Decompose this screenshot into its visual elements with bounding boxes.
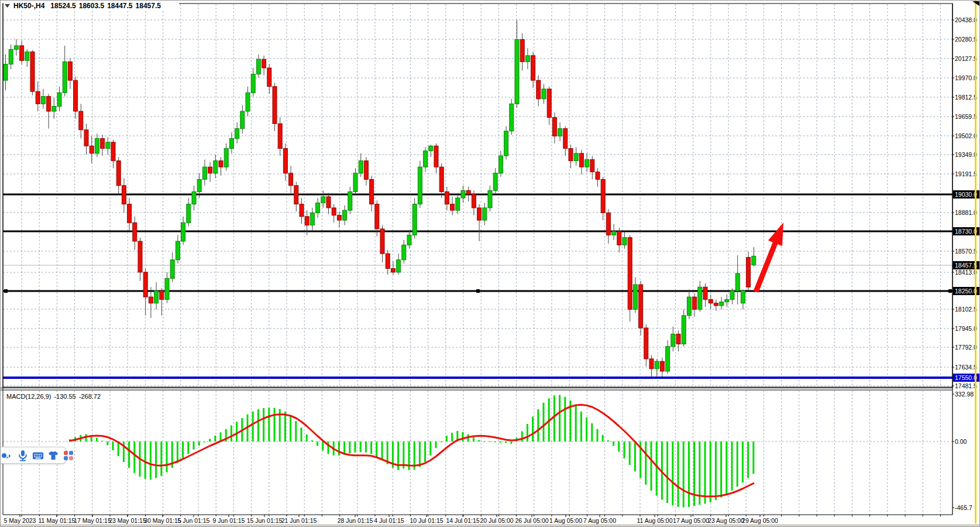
candle-bearish bbox=[531, 56, 535, 80]
symbol-info-bar: HK50-,H418524.518603.518447.518457.5 bbox=[4, 1, 179, 11]
macd-histogram-bar bbox=[720, 442, 722, 498]
macd-histogram-bar bbox=[355, 442, 356, 453]
candle-bearish bbox=[305, 217, 309, 225]
macd-histogram-bar bbox=[419, 442, 421, 467]
drawing-objects[interactable] bbox=[754, 1, 980, 523]
candle-bullish bbox=[682, 316, 686, 344]
price-axis-label: 19191.5 bbox=[955, 170, 977, 177]
time-axis-label: 23 May 01:15 bbox=[109, 517, 146, 524]
macd-histogram-bar bbox=[328, 442, 329, 454]
macd-histogram-bar bbox=[634, 442, 636, 471]
candle-bullish bbox=[418, 167, 422, 204]
candle-bullish bbox=[316, 203, 320, 213]
macd-histogram-bar bbox=[257, 409, 259, 442]
candle-bullish bbox=[574, 153, 578, 161]
macd-histogram-bar bbox=[494, 442, 496, 442]
candle-bullish bbox=[493, 173, 497, 191]
candle-bearish bbox=[547, 89, 551, 118]
candle-bearish bbox=[364, 161, 368, 180]
vertical-line-marker[interactable] bbox=[975, 1, 976, 523]
candle-bullish bbox=[402, 245, 406, 259]
clothes-icon[interactable] bbox=[47, 450, 59, 461]
candle-bearish bbox=[644, 328, 648, 359]
macd-histogram-bar bbox=[150, 442, 152, 480]
candle-bearish bbox=[747, 257, 751, 287]
time-axis-label: 4 Jul 01:15 bbox=[374, 517, 404, 524]
macd-histogram-bar bbox=[322, 442, 324, 451]
macd-histogram-bar bbox=[101, 441, 103, 442]
up-arrow-annotation[interactable] bbox=[754, 223, 783, 293]
macd-histogram-bar bbox=[209, 439, 211, 442]
macd-histogram-bar bbox=[166, 442, 168, 473]
floating-input-toolbar[interactable] bbox=[1, 447, 67, 464]
candle-bearish bbox=[537, 80, 541, 99]
macd-histogram-bar bbox=[441, 442, 442, 442]
candle-bullish bbox=[687, 297, 691, 316]
candle-bearish bbox=[30, 52, 35, 92]
candle-bearish bbox=[676, 334, 680, 344]
price-axis-label: 19970.0 bbox=[955, 74, 977, 81]
line-selection-handle[interactable] bbox=[476, 289, 480, 293]
candle-bearish bbox=[219, 161, 223, 167]
macd-histogram-bar bbox=[537, 409, 539, 442]
macd-histogram-bar bbox=[193, 442, 195, 450]
macd-histogram-bar bbox=[263, 408, 264, 442]
candle-bullish bbox=[202, 167, 207, 179]
macd-histogram-bar bbox=[586, 418, 587, 442]
candle-bearish bbox=[208, 167, 212, 173]
trading-chart-window: 20438.020280.520127.519970.019812.519659… bbox=[0, 0, 980, 527]
candle-bullish bbox=[515, 39, 519, 104]
candle-bearish bbox=[273, 87, 277, 124]
macd-histogram-bar bbox=[96, 438, 98, 442]
candle-bearish bbox=[111, 142, 115, 161]
candle-bearish bbox=[267, 68, 271, 87]
macd-histogram-bar bbox=[177, 442, 178, 463]
candle-bullish bbox=[229, 139, 233, 149]
time-axis-label: 10 Jul 01:15 bbox=[410, 517, 443, 524]
candle-bullish bbox=[612, 231, 616, 235]
candle-bullish bbox=[483, 208, 487, 220]
macd-histogram-bar bbox=[693, 442, 695, 506]
macd-histogram-bar bbox=[597, 429, 599, 442]
price-axis-label: 19659.5 bbox=[955, 113, 977, 120]
line-selection-handle[interactable] bbox=[4, 289, 8, 293]
candle-bullish bbox=[456, 198, 460, 210]
candle-bullish bbox=[633, 285, 637, 309]
macd-histogram-bar bbox=[360, 442, 362, 452]
apps-grid-icon[interactable] bbox=[63, 450, 74, 461]
price-axis-label: 19502.0 bbox=[955, 132, 977, 139]
candle-bearish bbox=[294, 186, 298, 204]
ink-pen-icon[interactable] bbox=[2, 450, 13, 461]
macd-histogram-bar bbox=[128, 442, 130, 468]
candlestick-series bbox=[4, 20, 756, 377]
macd-histogram-bar bbox=[731, 442, 733, 491]
macd-histogram-bar bbox=[451, 433, 453, 442]
macd-histogram-bar bbox=[145, 442, 146, 479]
candle-bearish bbox=[466, 190, 470, 194]
candle-bearish bbox=[601, 179, 605, 213]
macd-indicator bbox=[69, 395, 754, 508]
candle-bullish bbox=[181, 223, 185, 241]
symbol-ohlc-text: HK50-,H418524.518603.518447.518457.5 bbox=[13, 2, 161, 10]
macd-axis-label: -465.7 bbox=[955, 504, 972, 511]
microphone-icon[interactable] bbox=[17, 450, 29, 461]
candle-bullish bbox=[14, 46, 18, 49]
keyboard-icon[interactable] bbox=[32, 450, 44, 461]
candle-bearish bbox=[143, 272, 147, 297]
candle-bullish bbox=[510, 104, 514, 131]
time-axis-label: 26 Jul 05:00 bbox=[515, 517, 548, 524]
time-axis-label: 17 May 01:15 bbox=[74, 517, 111, 524]
macd-histogram-bar bbox=[435, 442, 437, 448]
candle-bullish bbox=[256, 59, 260, 74]
candle-bullish bbox=[698, 287, 702, 309]
macd-histogram-bar bbox=[462, 432, 464, 442]
candle-bullish bbox=[429, 146, 433, 150]
candle-bullish bbox=[498, 156, 503, 173]
candle-bullish bbox=[235, 129, 239, 139]
line-selection-handle[interactable] bbox=[948, 289, 952, 293]
candle-bullish bbox=[321, 197, 325, 203]
candle-bearish bbox=[116, 161, 121, 186]
time-axis-label: 9 Jun 01:15 bbox=[213, 517, 245, 524]
candle-bearish bbox=[283, 148, 287, 173]
price-axis-label: 19812.5 bbox=[955, 94, 977, 101]
